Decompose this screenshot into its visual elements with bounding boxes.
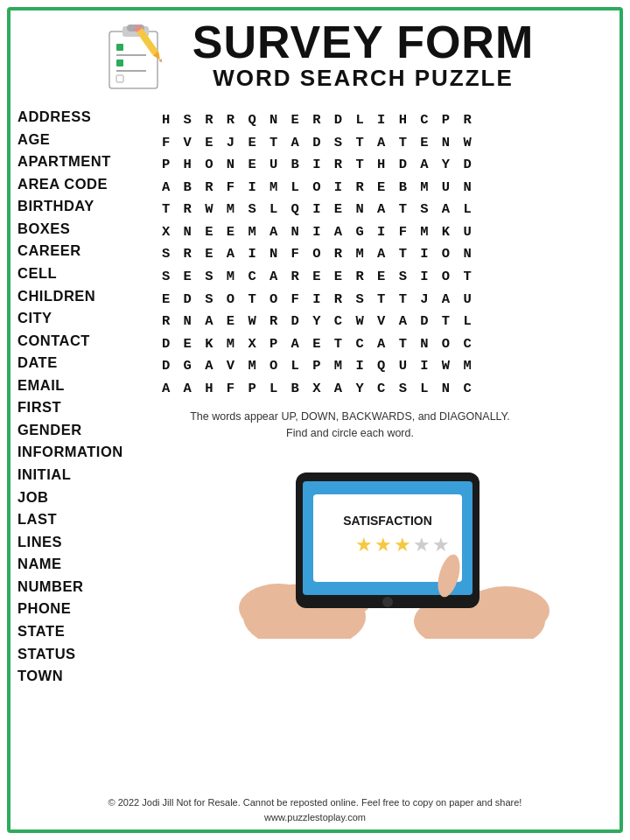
tablet-svg: SATISFACTION ★ ★ ★ ★ ★ — [226, 446, 550, 639]
svg-text:★: ★ — [394, 534, 411, 556]
svg-text:SATISFACTION: SATISFACTION — [343, 514, 432, 528]
outer-border — [7, 7, 623, 833]
tablet-illustration: SATISFACTION ★ ★ ★ ★ ★ — [162, 446, 612, 639]
svg-text:★: ★ — [355, 534, 373, 556]
svg-text:★: ★ — [432, 534, 450, 556]
footer: © 2022 Jodi Jill Not for Resale. Cannot … — [0, 795, 630, 826]
footer-line1: © 2022 Jodi Jill Not for Resale. Cannot … — [0, 795, 630, 811]
svg-text:★: ★ — [374, 534, 392, 556]
footer-line2: www.puzzlestoplay.com — [0, 810, 630, 826]
svg-point-28 — [382, 597, 393, 607]
svg-text:★: ★ — [413, 534, 430, 556]
